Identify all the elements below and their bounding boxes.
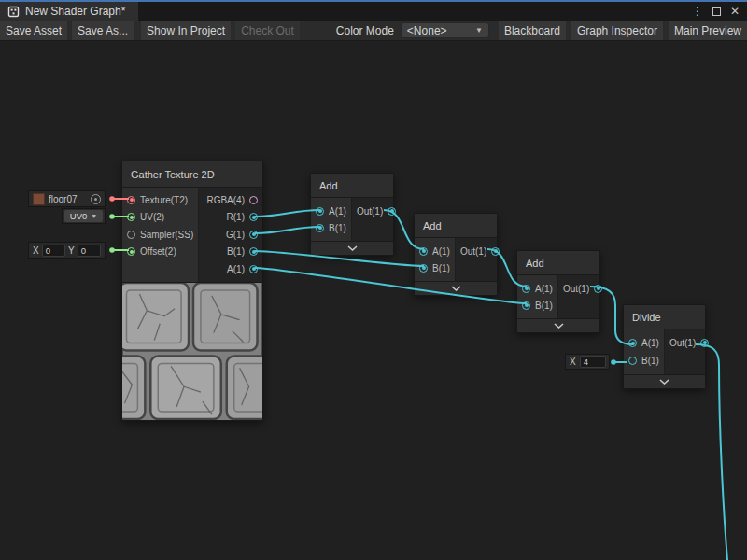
titlebar: New Shader Graph* ⋮ ✕ <box>0 2 747 21</box>
toolbar: Save Asset Save As... Show In Project Ch… <box>0 21 747 41</box>
port-a-input[interactable] <box>419 247 428 256</box>
port-label: Out(1) <box>357 206 383 217</box>
graph-canvas[interactable]: floor07 UV0 ▼ X 0 Y 0 X 4 Gather Texture… <box>0 41 747 560</box>
divide-b-label: X <box>570 357 576 367</box>
port-label: B(1) <box>329 223 346 233</box>
chevron-down-icon <box>347 245 358 251</box>
offset-y-field[interactable]: 0 <box>78 245 101 257</box>
port-label: A(1) <box>641 338 659 348</box>
port-label: B(1) <box>227 246 245 257</box>
main-preview-button[interactable]: Main Preview <box>669 21 747 40</box>
port-label: Out(1) <box>460 246 486 257</box>
check-out-button: Check Out <box>235 21 300 40</box>
port-label: Sampler(SS) <box>140 230 193 240</box>
port-label: R(1) <box>227 212 245 222</box>
port-r-output[interactable] <box>249 213 258 221</box>
port-out-output[interactable] <box>594 285 602 293</box>
offset-x-field[interactable]: 0 <box>42 245 65 257</box>
divide-b-field[interactable]: 4 <box>580 356 606 368</box>
node-texture-preview <box>122 282 262 420</box>
offset-x-label: X <box>33 245 39 256</box>
maximize-icon[interactable] <box>712 7 721 16</box>
node-add-3[interactable]: Add A(1) B(1) Out(1) <box>516 250 600 333</box>
texture-asset-field[interactable]: floor07 <box>28 190 106 207</box>
port-a-input[interactable] <box>316 207 324 216</box>
port-label: UV(2) <box>140 212 164 222</box>
port-uv-input[interactable] <box>127 213 135 221</box>
chevron-down-icon: ▼ <box>91 213 97 219</box>
port-label: B(1) <box>535 301 553 311</box>
save-as-button[interactable]: Save As... <box>72 21 134 40</box>
port-label: A(1) <box>432 246 450 257</box>
blackboard-button[interactable]: Blackboard <box>499 21 566 40</box>
node-add-1[interactable]: Add A(1) B(1) Out(1) <box>310 173 394 256</box>
texture-swatch <box>33 193 45 205</box>
chevron-down-icon <box>554 323 564 329</box>
kebab-menu-icon[interactable]: ⋮ <box>692 5 703 18</box>
offset-y-label: Y <box>68 245 75 256</box>
texture-asset-name: floor07 <box>49 194 78 204</box>
port-b-input[interactable] <box>628 357 637 365</box>
node-divide[interactable]: Divide A(1) B(1) Out(1) <box>623 304 706 389</box>
node-title: Gather Texture 2D <box>122 161 262 188</box>
color-mode-dropdown[interactable]: <None> ▼ <box>401 22 489 38</box>
node-title: Divide <box>624 305 705 329</box>
node-title: Add <box>311 174 393 198</box>
port-label: B(1) <box>432 263 450 273</box>
port-b-input[interactable] <box>419 264 428 273</box>
divide-b-inline-widget: X 4 <box>565 354 610 370</box>
save-asset-button[interactable]: Save Asset <box>0 21 67 40</box>
port-out-output[interactable] <box>700 339 709 347</box>
port-b-output[interactable] <box>249 247 258 256</box>
port-label: A(1) <box>227 264 245 274</box>
graph-inspector-button[interactable]: Graph Inspector <box>571 21 663 40</box>
port-rgba-output[interactable] <box>249 196 258 204</box>
port-sampler-input[interactable] <box>127 231 135 239</box>
node-title: Add <box>415 214 497 238</box>
port-label: Texture(T2) <box>140 195 188 205</box>
uv-channel-value: UV0 <box>70 211 87 221</box>
port-label: Out(1) <box>563 284 589 294</box>
port-b-input[interactable] <box>316 224 324 232</box>
chevron-down-icon <box>659 379 669 385</box>
close-icon[interactable]: ✕ <box>730 5 740 18</box>
port-label: A(1) <box>329 206 346 217</box>
tab-title: New Shader Graph* <box>25 5 125 18</box>
port-out-output[interactable] <box>388 207 396 216</box>
port-g-output[interactable] <box>249 231 258 239</box>
uv-channel-dropdown[interactable]: UV0 ▼ <box>64 210 103 222</box>
wire-endpoint-dot <box>109 247 115 253</box>
preview-expander[interactable] <box>415 281 497 295</box>
show-in-project-button[interactable]: Show In Project <box>141 21 231 40</box>
uv-channel-widget: UV0 ▼ <box>62 208 106 224</box>
preview-expander[interactable] <box>517 318 599 332</box>
port-offset-input[interactable] <box>127 247 135 256</box>
port-a-output[interactable] <box>249 265 258 273</box>
port-texture-input[interactable] <box>127 196 135 204</box>
object-picker-icon[interactable] <box>91 194 101 204</box>
port-label: B(1) <box>641 356 659 366</box>
preview-expander[interactable] <box>311 241 393 255</box>
port-label: RGBA(4) <box>206 195 245 205</box>
window-controls: ⋮ ✕ <box>692 2 747 21</box>
color-mode-value: <None> <box>407 24 447 37</box>
shader-graph-icon <box>7 6 20 18</box>
color-mode-label: Color Mode <box>334 21 396 40</box>
offset-vector2-widget: X 0 Y 0 <box>28 242 106 259</box>
port-a-input[interactable] <box>522 285 530 293</box>
port-label: A(1) <box>535 284 553 294</box>
node-gather-texture-2d[interactable]: Gather Texture 2D Texture(T2) UV(2) Samp… <box>121 161 263 421</box>
wire-endpoint-dot <box>109 196 115 202</box>
port-label: Offset(2) <box>140 246 176 257</box>
port-label: Out(1) <box>669 338 696 348</box>
chevron-down-icon: ▼ <box>475 26 483 35</box>
port-label: G(1) <box>226 230 245 240</box>
wire-endpoint-dot <box>611 359 616 365</box>
wire-endpoint-dot <box>109 214 115 219</box>
port-a-input[interactable] <box>628 339 637 347</box>
port-b-input[interactable] <box>522 301 530 310</box>
node-add-2[interactable]: Add A(1) B(1) Out(1) <box>414 213 498 296</box>
tab-new-shader-graph[interactable]: New Shader Graph* <box>0 2 138 21</box>
port-out-output[interactable] <box>491 247 500 256</box>
preview-expander[interactable] <box>624 374 705 388</box>
